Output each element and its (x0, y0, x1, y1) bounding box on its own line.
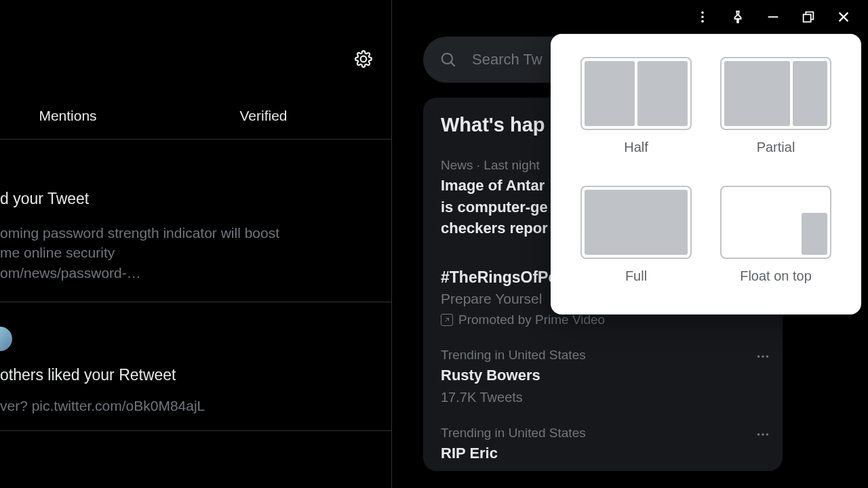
trend-more-button[interactable] (755, 427, 770, 445)
svg-point-8 (762, 355, 764, 358)
svg-point-11 (762, 433, 764, 436)
layout-label: Partial (757, 140, 795, 155)
notifications-column: Mentions Verified d your Tweet oming pas… (0, 0, 392, 488)
search-icon (439, 51, 457, 68)
layout-preview-partial (720, 57, 831, 130)
layout-label: Full (625, 268, 647, 284)
notification-body-line: oming password strength indicator will b… (0, 223, 391, 243)
trend-headline: Rusty Bowers (441, 365, 765, 386)
layout-preview-half (580, 57, 692, 130)
trend-headline: RIP Eric (441, 443, 765, 464)
promoted-icon (441, 314, 453, 326)
trend-promoted-label: Promoted by Prime Video (441, 312, 765, 327)
more-horizontal-icon (755, 427, 770, 442)
avatar (0, 327, 12, 351)
trend-count: 17.7K Tweets (441, 390, 765, 405)
trend-meta: Trending in United States (441, 426, 765, 441)
gear-icon (355, 50, 372, 68)
layout-label: Half (624, 140, 648, 155)
svg-point-12 (766, 433, 769, 436)
svg-point-5 (442, 54, 452, 64)
trend-more-button[interactable] (755, 349, 770, 367)
notification-tabs: Mentions Verified (0, 100, 391, 140)
more-horizontal-icon (755, 349, 770, 364)
trend-meta: Trending in United States (441, 348, 765, 363)
svg-point-9 (766, 355, 769, 358)
layout-option-partial[interactable]: Partial (715, 57, 837, 169)
notification-title: others liked your Retweet (0, 366, 391, 384)
notification-title: d your Tweet (0, 190, 391, 208)
layout-preview-float (720, 186, 831, 259)
notification-item[interactable]: d your Tweet oming password strength ind… (0, 190, 391, 302)
layout-option-float[interactable]: Float on top (715, 186, 837, 298)
layout-preview-full (580, 186, 692, 259)
svg-point-7 (757, 355, 760, 358)
tab-verified[interactable]: Verified (136, 100, 391, 139)
layout-label: Float on top (740, 268, 812, 284)
layout-option-half[interactable]: Half (575, 57, 697, 169)
tab-mentions[interactable]: Mentions (0, 100, 136, 139)
trend-item[interactable]: Trending in United States RIP Eric (423, 416, 783, 472)
svg-line-6 (451, 62, 455, 66)
notifications-settings-button[interactable] (355, 50, 372, 68)
window-layout-popover: Half Partial Full Float on top (551, 34, 861, 314)
svg-point-10 (757, 433, 760, 436)
trend-promoted-text: Promoted by Prime Video (458, 312, 605, 327)
notification-item[interactable]: others liked your Retweet ver? pic.twitt… (0, 319, 391, 431)
notification-body-line: me online security (0, 243, 391, 262)
layout-option-full[interactable]: Full (575, 186, 697, 298)
notification-body-line: om/news/password-… (0, 263, 391, 283)
trend-item[interactable]: Trending in United States Rusty Bowers 1… (423, 338, 783, 416)
notification-body-line: ver? pic.twitter.com/oBk0M84ajL (0, 398, 391, 414)
